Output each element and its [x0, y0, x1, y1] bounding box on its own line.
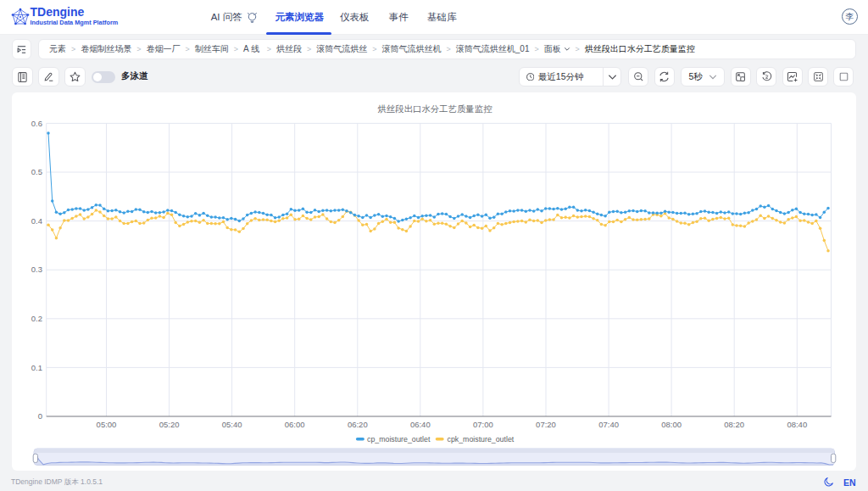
svg-text:0.6: 0.6: [31, 119, 42, 128]
svg-text:0.2: 0.2: [31, 314, 42, 323]
svg-text:0.4: 0.4: [31, 216, 42, 226]
svg-text:0: 0: [38, 411, 42, 421]
svg-text:08:00: 08:00: [661, 420, 682, 429]
svg-text:05:40: 05:40: [222, 420, 242, 429]
svg-text:cp_moisture_outlet: cp_moisture_outlet: [367, 435, 431, 444]
svg-text:07:40: 07:40: [598, 420, 619, 429]
svg-text:05:20: 05:20: [159, 420, 180, 429]
svg-text:06:00: 06:00: [285, 420, 305, 429]
svg-text:08:40: 08:40: [787, 420, 807, 429]
svg-text:07:20: 07:20: [536, 420, 556, 429]
svg-text:07:00: 07:00: [473, 420, 493, 429]
svg-text:cpk_moisture_outlet: cpk_moisture_outlet: [448, 435, 515, 444]
svg-text:06:40: 06:40: [410, 420, 431, 429]
svg-text:05:00: 05:00: [97, 420, 117, 429]
svg-text:06:20: 06:20: [348, 420, 368, 429]
svg-text:0.1: 0.1: [31, 363, 42, 372]
svg-text:0.5: 0.5: [31, 167, 42, 176]
svg-text:08:20: 08:20: [724, 420, 744, 429]
svg-text:烘丝段出口水分工艺质量监控: 烘丝段出口水分工艺质量监控: [377, 104, 492, 114]
svg-text:0.3: 0.3: [31, 265, 42, 274]
